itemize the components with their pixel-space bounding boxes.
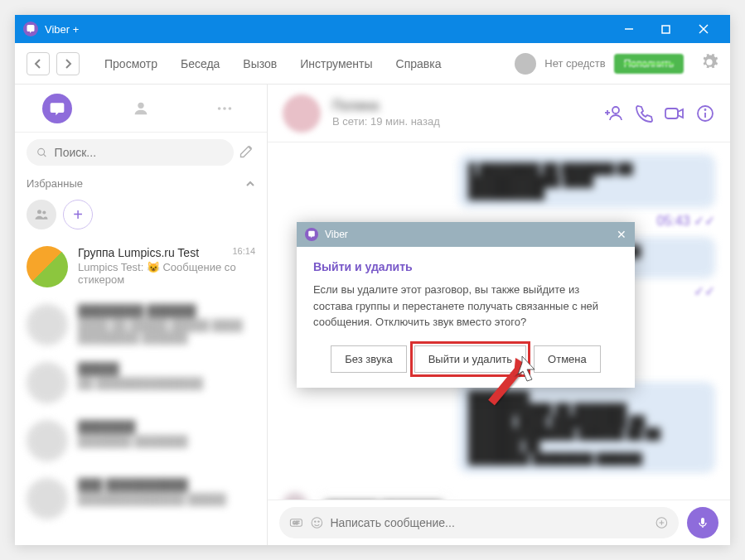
message-avatar: [283, 493, 307, 500]
input-row: GIF: [268, 500, 730, 545]
svg-point-4: [138, 102, 143, 108]
minimize-button[interactable]: [610, 15, 647, 43]
message-in: ███████ ████████: [283, 493, 539, 500]
svg-point-21: [312, 518, 322, 529]
info-icon[interactable]: [695, 104, 715, 123]
viber-logo-icon: [23, 22, 38, 36]
menu-view[interactable]: Просмотр: [104, 57, 157, 70]
conversation-avatar[interactable]: [283, 94, 321, 133]
emoji-icon[interactable]: [310, 514, 324, 531]
svg-point-23: [318, 521, 319, 522]
chat-avatar: [27, 362, 68, 403]
mic-button[interactable]: [687, 507, 718, 538]
nav-forward-button[interactable]: [56, 52, 80, 75]
topup-button[interactable]: Пополнить: [614, 54, 684, 74]
compose-button[interactable]: [239, 142, 255, 162]
titlebar-text: Viber +: [45, 23, 79, 36]
menu-chat[interactable]: Беседа: [181, 57, 220, 70]
chat-avatar: [27, 420, 68, 461]
phone-icon[interactable]: [634, 104, 654, 123]
svg-rect-1: [662, 26, 670, 33]
svg-text:GIF: GIF: [293, 521, 299, 525]
dialog-heading: Выйти и удалить: [313, 260, 618, 273]
leave-delete-button[interactable]: Выйти и удалить: [414, 345, 526, 373]
mute-button[interactable]: Без звука: [331, 345, 406, 373]
sidebar-tabs: [15, 84, 267, 133]
sidebar: Избранные + Группа Lumpics.ru Test 16:14: [15, 84, 268, 545]
confirm-dialog: Viber ✕ Выйти и удалить Если вы удалите …: [297, 222, 635, 388]
titlebar[interactable]: Viber +: [15, 15, 730, 43]
dialog-close-button[interactable]: ✕: [617, 228, 626, 241]
svg-point-11: [42, 210, 46, 214]
favorites-row: +: [15, 195, 267, 238]
svg-point-18: [705, 109, 706, 110]
chat-item[interactable]: ████████ ██████████ ██ █████ █████ █████…: [15, 296, 267, 354]
chat-time: 16:14: [232, 246, 255, 259]
video-icon[interactable]: [664, 104, 685, 123]
message-out: ███████████████████ ██ █████████████ ███…: [458, 382, 715, 473]
chat-item[interactable]: ███ ████████████████████████ █████: [15, 470, 267, 528]
chat-avatar: [27, 478, 68, 519]
svg-point-12: [612, 107, 619, 113]
svg-point-10: [37, 210, 41, 214]
chat-avatar: [27, 246, 68, 287]
chat-preview: Lumpics Test: 😺 Сообщение со стикером: [78, 261, 255, 286]
chat-header: Полина В сети: 19 мин. назад: [268, 84, 730, 142]
dialog-text: Если вы удалите этот разговор, вы также …: [313, 282, 618, 331]
credit-label: Нет средств: [544, 57, 605, 70]
tab-more[interactable]: [210, 94, 239, 123]
window-controls: [610, 15, 722, 43]
search-input[interactable]: [55, 146, 224, 159]
dialog-titlebar[interactable]: Viber ✕: [297, 222, 635, 247]
favorite-group[interactable]: [27, 200, 56, 229]
chat-name: Группа Lumpics.ru Test: [78, 246, 199, 259]
plus-icon[interactable]: [655, 514, 669, 531]
user-avatar[interactable]: [515, 53, 536, 75]
message-input[interactable]: [331, 516, 649, 529]
viber-icon: [305, 228, 318, 241]
chat-info: Группа Lumpics.ru Test 16:14 Lumpics Tes…: [78, 246, 255, 287]
menu-help[interactable]: Справка: [396, 57, 442, 70]
dialog-title: Viber: [325, 229, 348, 240]
svg-rect-15: [665, 109, 678, 118]
maximize-button[interactable]: [647, 15, 685, 43]
favorites-header[interactable]: Избранные: [15, 172, 267, 195]
add-favorite-button[interactable]: +: [63, 200, 93, 229]
chevron-up-icon: [245, 179, 255, 189]
menu-tools[interactable]: Инструменты: [300, 57, 372, 70]
conversation-name: Полина: [332, 99, 593, 113]
dialog-body: Выйти и удалить Если вы удалите этот раз…: [297, 247, 635, 388]
menu-bar: Просмотр Беседа Вызов Инструменты Справк…: [104, 57, 441, 70]
search-box[interactable]: [27, 139, 234, 166]
chat-item[interactable]: ███████ ██████████████: [15, 354, 267, 412]
message-input-box[interactable]: GIF: [279, 507, 679, 538]
svg-point-5: [218, 107, 221, 110]
message-out: █ ████████ ██ ███████ ██████████████ ███…: [458, 154, 715, 208]
settings-button[interactable]: [700, 53, 718, 75]
chat-list: Группа Lumpics.ru Test 16:14 Lumpics Tes…: [15, 238, 267, 545]
svg-point-6: [223, 107, 226, 110]
app-window: Viber + Просмотр Беседа Вызов Инструмент…: [15, 15, 730, 545]
chat-item[interactable]: ██████████████ ███████: [15, 412, 267, 470]
user-area: Нет средств Пополнить: [515, 53, 718, 75]
svg-point-8: [38, 148, 45, 155]
chat-item-active[interactable]: Группа Lumpics.ru Test 16:14 Lumpics Tes…: [15, 238, 267, 296]
svg-point-7: [229, 107, 232, 110]
conversation-status: В сети: 19 мин. назад: [332, 115, 593, 128]
gif-icon[interactable]: GIF: [289, 514, 303, 531]
svg-point-22: [314, 521, 315, 522]
svg-rect-27: [701, 518, 704, 524]
close-button[interactable]: [685, 15, 722, 43]
cancel-button[interactable]: Отмена: [534, 345, 601, 373]
chat-avatar: [27, 304, 68, 345]
add-contact-icon[interactable]: [604, 104, 624, 123]
tab-contacts[interactable]: [126, 94, 156, 123]
nav-back-button[interactable]: [27, 52, 50, 75]
favorites-label: Избранные: [27, 177, 83, 190]
toolbar: Просмотр Беседа Вызов Инструменты Справк…: [15, 43, 730, 84]
svg-line-9: [43, 154, 46, 157]
menu-call[interactable]: Вызов: [243, 57, 277, 70]
dialog-buttons: Без звука Выйти и удалить Отмена: [313, 345, 618, 373]
search-row: [15, 133, 267, 172]
tab-chats[interactable]: [42, 94, 72, 123]
